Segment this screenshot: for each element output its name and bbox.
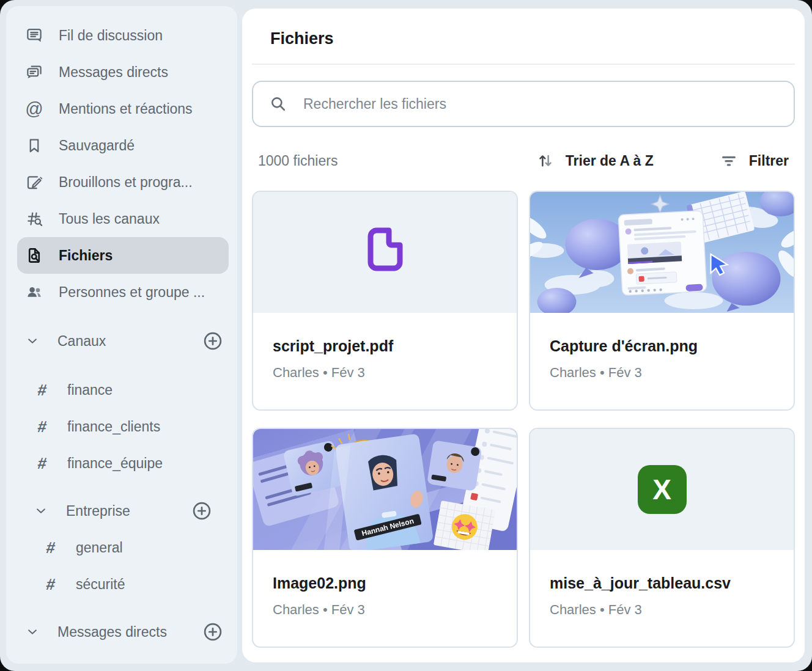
- file-name: Capture d'écran.png: [550, 337, 774, 355]
- file-meta: Charles • Fév 3: [273, 602, 497, 618]
- sidebar: Fil de discussion Messages directs @ Men…: [6, 6, 237, 664]
- sort-label: Trier de A à Z: [566, 153, 654, 169]
- file-card-csv[interactable]: X mise_à_jour_tableau.csv Charles • Fév …: [529, 428, 795, 648]
- sidebar-item-label: Fichiers: [59, 248, 113, 264]
- section-label[interactable]: Messages directs: [57, 624, 167, 640]
- image02-thumbnail-art: Hannah Nelson: [253, 429, 517, 550]
- hash-icon: #: [32, 417, 53, 436]
- channel-label: sécurité: [76, 576, 125, 593]
- file-name: Image02.png: [273, 574, 497, 592]
- search-input[interactable]: [302, 95, 778, 113]
- sidebar-item-drafts[interactable]: Brouillons et progra...: [17, 164, 229, 200]
- sidebar-item-label: Sauvagardé: [59, 138, 135, 154]
- channel-label: finance_équipe: [67, 455, 163, 472]
- sidebar-item-label: Tous les canaux: [59, 211, 160, 227]
- file-info: Capture d'écran.png Charles • Fév 3: [530, 313, 794, 381]
- channel-label: general: [76, 540, 123, 556]
- mentions-icon: @: [24, 99, 44, 119]
- sidebar-item-all-channels[interactable]: Tous les canaux: [17, 200, 229, 237]
- file-card-image02[interactable]: Hannah Nelson: [252, 428, 518, 648]
- section-channels: Canaux: [17, 323, 229, 359]
- sidebar-item-label: Brouillons et progra...: [59, 174, 193, 191]
- add-dm-button[interactable]: [202, 621, 224, 643]
- people-icon: [24, 282, 44, 302]
- file-meta: Charles • Fév 3: [550, 602, 774, 618]
- channel-label: finance_clients: [67, 419, 160, 435]
- files-panel: Fichiers 1000 fichiers Trier de A à Z Fi…: [242, 9, 805, 662]
- channel-label: finance: [67, 382, 113, 398]
- sidebar-channel-finance-clients[interactable]: # finance_clients: [17, 408, 229, 445]
- file-meta: Charles • Fév 3: [273, 365, 497, 381]
- section-label[interactable]: Canaux: [57, 333, 106, 350]
- files-grid: script_projet.pdf Charles • Fév 3: [252, 191, 795, 648]
- hash-icon: #: [32, 381, 53, 400]
- header-divider: [252, 64, 795, 65]
- sidebar-item-threads[interactable]: Fil de discussion: [17, 17, 229, 54]
- sidebar-channel-securite[interactable]: # sécurité: [17, 566, 229, 603]
- file-card-screenshot[interactable]: Capture d'écran.png Charles • Fév 3: [529, 191, 795, 411]
- file-count: 1000 fichiers: [258, 153, 536, 169]
- section-label[interactable]: Entreprise: [66, 503, 130, 519]
- sort-button[interactable]: Trier de A à Z: [536, 152, 654, 170]
- file-thumbnail: [530, 192, 794, 313]
- file-name: mise_à_jour_tableau.csv: [550, 574, 774, 592]
- file-info: script_projet.pdf Charles • Fév 3: [253, 313, 517, 381]
- excel-icon: X: [638, 465, 687, 514]
- filter-lines-icon: [720, 152, 738, 170]
- sort-arrows-icon: [536, 152, 555, 170]
- file-thumbnail: Hannah Nelson: [253, 429, 517, 550]
- file-name: script_projet.pdf: [273, 337, 497, 355]
- sidebar-item-label: Messages directs: [59, 64, 168, 81]
- pdf-file-icon: [363, 226, 407, 279]
- chevron-down-icon[interactable]: [24, 333, 40, 349]
- file-info: mise_à_jour_tableau.csv Charles • Fév 3: [530, 550, 794, 618]
- sidebar-item-saved[interactable]: Sauvagardé: [17, 127, 229, 164]
- hash-icon: #: [40, 538, 61, 557]
- sidebar-channel-finance[interactable]: # finance: [17, 372, 229, 408]
- drafts-icon: [24, 172, 44, 192]
- threads-icon: [24, 26, 44, 45]
- page-title: Fichiers: [270, 29, 795, 48]
- sidebar-channel-general[interactable]: # general: [17, 529, 229, 566]
- chevron-down-icon[interactable]: [33, 503, 49, 519]
- channel-search-icon: [24, 209, 44, 229]
- excel-icon-letter: X: [652, 475, 671, 504]
- section-entreprise: Entreprise: [17, 493, 229, 529]
- sidebar-item-label: Personnes et groupe ...: [59, 284, 205, 301]
- file-info: Image02.png Charles • Fév 3: [253, 550, 517, 618]
- add-channel-button[interactable]: [202, 330, 224, 352]
- filter-label: Filtrer: [749, 153, 789, 169]
- direct-messages-icon: [24, 62, 44, 82]
- section-direct-messages: Messages directs: [17, 614, 229, 650]
- bookmark-icon: [24, 136, 44, 155]
- file-meta: Charles • Fév 3: [550, 365, 774, 381]
- sidebar-item-label: Mentions et réactions: [59, 101, 193, 117]
- app-window: Fil de discussion Messages directs @ Men…: [0, 0, 812, 671]
- sidebar-item-people[interactable]: Personnes et groupe ...: [17, 274, 229, 310]
- screenshot-thumbnail-art: [530, 192, 794, 313]
- sidebar-item-files[interactable]: Fichiers: [17, 237, 229, 274]
- file-thumbnail: [253, 192, 517, 313]
- search-icon: [269, 95, 287, 113]
- add-channel-button[interactable]: [191, 500, 213, 522]
- files-toolbar: 1000 fichiers Trier de A à Z Filtrer: [252, 152, 795, 170]
- file-card-pdf[interactable]: script_projet.pdf Charles • Fév 3: [252, 191, 518, 411]
- filter-button[interactable]: Filtrer: [720, 152, 789, 170]
- chevron-down-icon[interactable]: [24, 624, 40, 640]
- file-search-icon: [24, 246, 44, 265]
- sidebar-channel-finance-equipe[interactable]: # finance_équipe: [17, 445, 229, 482]
- hash-icon: #: [32, 454, 53, 473]
- search-box: [252, 81, 795, 127]
- sidebar-item-label: Fil de discussion: [59, 28, 163, 44]
- sidebar-item-mentions[interactable]: @ Mentions et réactions: [17, 90, 229, 127]
- hash-icon: #: [40, 575, 61, 594]
- file-thumbnail: X: [530, 429, 794, 550]
- sidebar-item-direct-messages[interactable]: Messages directs: [17, 54, 229, 90]
